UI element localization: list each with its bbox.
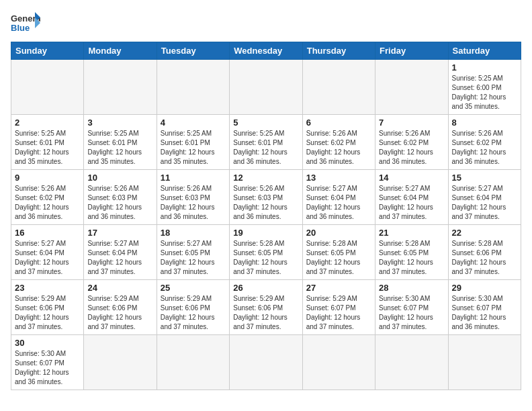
logo-icon: General Blue	[11, 11, 40, 36]
calendar-cell: 14Sunrise: 5:27 AMSunset: 6:04 PMDayligh…	[375, 170, 448, 225]
day-number: 29	[452, 283, 517, 293]
weekday-header-sunday: Sunday	[11, 42, 84, 60]
calendar-week-row: 23Sunrise: 5:29 AMSunset: 6:06 PMDayligh…	[11, 280, 521, 335]
day-number: 11	[161, 173, 226, 183]
calendar-table: SundayMondayTuesdayWednesdayThursdayFrid…	[11, 42, 521, 390]
calendar-cell: 30Sunrise: 5:30 AMSunset: 6:07 PMDayligh…	[11, 335, 84, 390]
day-number: 2	[15, 118, 80, 128]
calendar-cell: 6Sunrise: 5:26 AMSunset: 6:02 PMDaylight…	[302, 115, 375, 170]
logo: General Blue	[11, 11, 40, 36]
calendar-cell	[84, 335, 157, 390]
day-number: 17	[87, 228, 152, 238]
calendar-week-row: 30Sunrise: 5:30 AMSunset: 6:07 PMDayligh…	[11, 335, 521, 390]
calendar-week-row: 2Sunrise: 5:25 AMSunset: 6:01 PMDaylight…	[11, 115, 521, 170]
day-info: Sunrise: 5:27 AMSunset: 6:04 PMDaylight:…	[87, 239, 152, 277]
weekday-header-thursday: Thursday	[302, 42, 375, 60]
calendar-cell: 26Sunrise: 5:29 AMSunset: 6:06 PMDayligh…	[230, 280, 302, 335]
calendar-cell: 11Sunrise: 5:26 AMSunset: 6:03 PMDayligh…	[157, 170, 229, 225]
day-number: 3	[87, 118, 152, 128]
day-info: Sunrise: 5:27 AMSunset: 6:04 PMDaylight:…	[452, 184, 517, 222]
calendar-cell	[302, 335, 375, 390]
page-header: General Blue	[11, 11, 521, 36]
day-info: Sunrise: 5:29 AMSunset: 6:07 PMDaylight:…	[306, 294, 371, 332]
calendar-cell	[230, 335, 302, 390]
calendar-cell	[11, 60, 84, 115]
calendar-cell: 15Sunrise: 5:27 AMSunset: 6:04 PMDayligh…	[448, 170, 521, 225]
weekday-header-friday: Friday	[375, 42, 448, 60]
calendar-cell: 17Sunrise: 5:27 AMSunset: 6:04 PMDayligh…	[84, 225, 157, 280]
day-info: Sunrise: 5:25 AMSunset: 6:01 PMDaylight:…	[15, 129, 80, 167]
weekday-header-wednesday: Wednesday	[230, 42, 302, 60]
day-info: Sunrise: 5:26 AMSunset: 6:03 PMDaylight:…	[87, 184, 152, 222]
calendar-cell: 24Sunrise: 5:29 AMSunset: 6:06 PMDayligh…	[84, 280, 157, 335]
calendar-cell: 5Sunrise: 5:25 AMSunset: 6:01 PMDaylight…	[230, 115, 302, 170]
calendar-cell: 23Sunrise: 5:29 AMSunset: 6:06 PMDayligh…	[11, 280, 84, 335]
day-number: 1	[452, 62, 517, 73]
day-number: 15	[452, 173, 517, 183]
calendar-cell	[302, 60, 375, 115]
calendar-cell: 13Sunrise: 5:27 AMSunset: 6:04 PMDayligh…	[302, 170, 375, 225]
calendar-week-row: 9Sunrise: 5:26 AMSunset: 6:02 PMDaylight…	[11, 170, 521, 225]
day-info: Sunrise: 5:30 AMSunset: 6:07 PMDaylight:…	[452, 294, 517, 332]
day-info: Sunrise: 5:29 AMSunset: 6:06 PMDaylight:…	[161, 294, 226, 332]
day-info: Sunrise: 5:27 AMSunset: 6:04 PMDaylight:…	[15, 239, 80, 277]
calendar-cell: 4Sunrise: 5:25 AMSunset: 6:01 PMDaylight…	[157, 115, 229, 170]
calendar-cell: 21Sunrise: 5:28 AMSunset: 6:05 PMDayligh…	[375, 225, 448, 280]
calendar-week-row: 16Sunrise: 5:27 AMSunset: 6:04 PMDayligh…	[11, 225, 521, 280]
day-info: Sunrise: 5:27 AMSunset: 6:05 PMDaylight:…	[161, 239, 226, 277]
day-info: Sunrise: 5:29 AMSunset: 6:06 PMDaylight:…	[87, 294, 152, 332]
calendar-cell	[375, 60, 448, 115]
day-info: Sunrise: 5:28 AMSunset: 6:05 PMDaylight:…	[306, 239, 371, 277]
day-info: Sunrise: 5:26 AMSunset: 6:02 PMDaylight:…	[379, 129, 444, 167]
day-info: Sunrise: 5:29 AMSunset: 6:06 PMDaylight:…	[233, 294, 298, 332]
calendar-cell: 19Sunrise: 5:28 AMSunset: 6:05 PMDayligh…	[230, 225, 302, 280]
day-info: Sunrise: 5:26 AMSunset: 6:02 PMDaylight:…	[452, 129, 517, 167]
day-number: 19	[233, 228, 298, 238]
day-info: Sunrise: 5:29 AMSunset: 6:06 PMDaylight:…	[15, 294, 80, 332]
day-info: Sunrise: 5:25 AMSunset: 6:01 PMDaylight:…	[233, 129, 298, 167]
calendar-cell: 20Sunrise: 5:28 AMSunset: 6:05 PMDayligh…	[302, 225, 375, 280]
day-number: 12	[233, 173, 298, 183]
calendar-cell	[157, 60, 229, 115]
calendar-cell	[157, 335, 229, 390]
day-number: 7	[379, 118, 444, 128]
weekday-header-tuesday: Tuesday	[157, 42, 229, 60]
calendar-cell	[84, 60, 157, 115]
day-number: 14	[379, 173, 444, 183]
day-info: Sunrise: 5:28 AMSunset: 6:06 PMDaylight:…	[452, 239, 517, 277]
weekday-header-saturday: Saturday	[448, 42, 521, 60]
day-number: 6	[306, 118, 371, 128]
calendar-cell: 1Sunrise: 5:25 AMSunset: 6:00 PMDaylight…	[448, 60, 521, 115]
day-info: Sunrise: 5:28 AMSunset: 6:05 PMDaylight:…	[379, 239, 444, 277]
calendar-cell: 9Sunrise: 5:26 AMSunset: 6:02 PMDaylight…	[11, 170, 84, 225]
calendar-cell: 28Sunrise: 5:30 AMSunset: 6:07 PMDayligh…	[375, 280, 448, 335]
day-info: Sunrise: 5:25 AMSunset: 6:00 PMDaylight:…	[452, 74, 517, 111]
day-info: Sunrise: 5:27 AMSunset: 6:04 PMDaylight:…	[306, 184, 371, 222]
svg-text:Blue: Blue	[11, 23, 30, 33]
day-info: Sunrise: 5:28 AMSunset: 6:05 PMDaylight:…	[233, 239, 298, 277]
calendar-cell: 27Sunrise: 5:29 AMSunset: 6:07 PMDayligh…	[302, 280, 375, 335]
day-info: Sunrise: 5:30 AMSunset: 6:07 PMDaylight:…	[15, 349, 80, 387]
day-number: 25	[161, 283, 226, 293]
calendar-cell: 22Sunrise: 5:28 AMSunset: 6:06 PMDayligh…	[448, 225, 521, 280]
calendar-cell	[230, 60, 302, 115]
day-info: Sunrise: 5:25 AMSunset: 6:01 PMDaylight:…	[161, 129, 226, 167]
day-number: 16	[15, 228, 80, 238]
calendar-cell: 8Sunrise: 5:26 AMSunset: 6:02 PMDaylight…	[448, 115, 521, 170]
calendar-cell: 7Sunrise: 5:26 AMSunset: 6:02 PMDaylight…	[375, 115, 448, 170]
day-number: 20	[306, 228, 371, 238]
day-number: 23	[15, 283, 80, 293]
calendar-cell: 29Sunrise: 5:30 AMSunset: 6:07 PMDayligh…	[448, 280, 521, 335]
day-number: 4	[161, 118, 226, 128]
day-info: Sunrise: 5:26 AMSunset: 6:03 PMDaylight:…	[233, 184, 298, 222]
day-number: 28	[379, 283, 444, 293]
day-number: 30	[15, 338, 80, 348]
day-number: 24	[87, 283, 152, 293]
calendar-week-row: 1Sunrise: 5:25 AMSunset: 6:00 PMDaylight…	[11, 60, 521, 115]
calendar-cell	[375, 335, 448, 390]
day-info: Sunrise: 5:25 AMSunset: 6:01 PMDaylight:…	[87, 129, 152, 167]
day-number: 18	[161, 228, 226, 238]
weekday-header-monday: Monday	[84, 42, 157, 60]
weekday-header-row: SundayMondayTuesdayWednesdayThursdayFrid…	[11, 42, 521, 60]
day-info: Sunrise: 5:26 AMSunset: 6:02 PMDaylight:…	[15, 184, 80, 222]
